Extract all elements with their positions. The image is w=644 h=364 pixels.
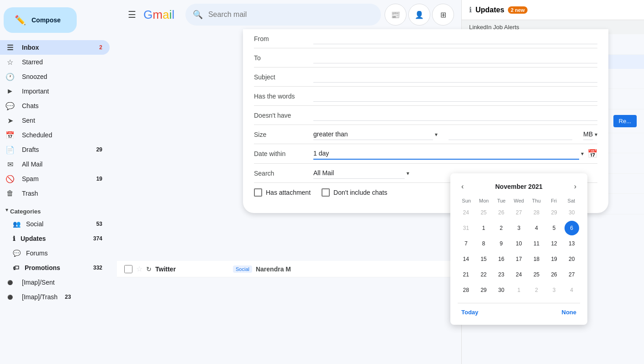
- calendar-day[interactable]: 20: [565, 252, 579, 266]
- size-operator-select[interactable]: greater than less than: [313, 129, 433, 140]
- calendar-day[interactable]: 29: [547, 205, 561, 220]
- calendar-next-button[interactable]: ›: [570, 181, 580, 192]
- size-operator-arrow: ▾: [435, 131, 438, 138]
- calendar-day[interactable]: 28: [459, 283, 473, 297]
- sidebar-item-chats[interactable]: 💬 Chats: [0, 99, 110, 113]
- has-attachment-checkbox[interactable]: [254, 188, 262, 197]
- sidebar-label-important: Important: [22, 88, 102, 95]
- calendar-day[interactable]: 16: [494, 252, 508, 266]
- calendar-day[interactable]: 1: [476, 221, 491, 235]
- search-bar[interactable]: 🔍: [185, 4, 381, 26]
- size-value-input[interactable]: [449, 129, 573, 140]
- sidebar-item-sent[interactable]: ➤ Sent: [0, 113, 110, 128]
- sidebar-item-updates[interactable]: ℹ Updates 374: [0, 231, 110, 246]
- size-unit-select[interactable]: MB KB GB: [583, 129, 593, 140]
- calendar-button[interactable]: 📅: [587, 149, 597, 159]
- calendar-day[interactable]: 17: [512, 252, 526, 266]
- calendar-day[interactable]: 1: [512, 283, 526, 297]
- from-input[interactable]: [313, 33, 597, 44]
- header-btn-3[interactable]: ⊞: [432, 4, 454, 26]
- compose-button[interactable]: ✏️ Compose: [4, 7, 77, 33]
- calendar-day[interactable]: 12: [547, 236, 561, 251]
- calendar-day[interactable]: 7: [459, 236, 473, 251]
- header-btn-1[interactable]: 📰: [385, 4, 406, 26]
- forums-icon: 💬: [13, 250, 21, 257]
- calendar-day[interactable]: 4: [529, 221, 544, 235]
- calendar-today-button[interactable]: Today: [458, 307, 482, 317]
- calendar-day[interactable]: 30: [494, 283, 508, 297]
- social-badge: 53: [96, 221, 102, 227]
- to-input[interactable]: [313, 52, 597, 63]
- calendar-day[interactable]: 23: [494, 267, 508, 282]
- calendar-day[interactable]: 21: [459, 267, 473, 282]
- sidebar-item-allmail[interactable]: ✉ All Mail: [0, 157, 110, 172]
- sidebar-item-imap-trash[interactable]: ⚫ [Imap]/Trash 23: [0, 290, 110, 304]
- sidebar-item-starred[interactable]: ☆ Starred: [0, 55, 110, 69]
- calendar-day[interactable]: 11: [529, 236, 544, 251]
- promotions-icon: 🏷: [13, 264, 19, 271]
- calendar-day[interactable]: 26: [547, 267, 561, 282]
- sidebar-item-trash[interactable]: 🗑 Trash: [0, 186, 110, 201]
- date-value-select[interactable]: 1 day 3 days 1 week 2 weeks 1 month 2 mo…: [313, 148, 579, 160]
- calendar-prev-button[interactable]: ‹: [458, 181, 467, 192]
- calendar-popup: ‹ November 2021 › Sun Mon Tue Wed Thu Fr…: [450, 173, 587, 325]
- sidebar-item-inbox[interactable]: ☰ Inbox 2: [0, 40, 110, 55]
- sidebar-item-promotions[interactable]: 🏷 Promotions 332: [0, 260, 110, 275]
- menu-icon[interactable]: ☰: [124, 5, 140, 24]
- header-btn-2[interactable]: 👤: [408, 4, 430, 26]
- table-row[interactable]: ☆ ↻ Twitter Social Narendra M: [117, 261, 461, 277]
- search-in-label: Search: [254, 170, 313, 177]
- sidebar-item-imap-sent[interactable]: ⚫ [Imap]/Sent: [0, 275, 110, 290]
- sidebar-item-forums[interactable]: 💬 Forums: [0, 246, 110, 260]
- sidebar-item-scheduled[interactable]: 📅 Scheduled: [0, 128, 110, 142]
- calendar-day[interactable]: 27: [512, 205, 526, 220]
- sidebar-item-snoozed[interactable]: 🕐 Snoozed: [0, 69, 110, 84]
- dont-include-chats-checkbox[interactable]: [322, 188, 330, 197]
- calendar-day[interactable]: 4: [565, 283, 579, 297]
- categories-toggle[interactable]: ▾ Categories: [0, 201, 117, 217]
- star-icon[interactable]: ☆: [136, 265, 143, 273]
- calendar-day[interactable]: 10: [512, 236, 526, 251]
- email-checkbox[interactable]: [124, 265, 132, 273]
- calendar-day[interactable]: 22: [476, 267, 491, 282]
- sidebar-label-updates: Updates: [21, 235, 46, 242]
- calendar-day[interactable]: 29: [476, 283, 491, 297]
- calendar-day[interactable]: 5: [547, 221, 561, 235]
- sidebar-item-important[interactable]: ► Important: [0, 84, 110, 99]
- calendar-day[interactable]: 25: [476, 205, 491, 220]
- has-words-input[interactable]: [313, 90, 597, 102]
- sidebar-item-drafts[interactable]: 📄 Drafts 29: [0, 142, 110, 157]
- calendar-day[interactable]: 24: [459, 205, 473, 220]
- promotions-badge: 332: [93, 265, 102, 271]
- calendar-day[interactable]: 3: [512, 221, 526, 235]
- search-input[interactable]: [208, 10, 374, 19]
- calendar-day[interactable]: 6: [565, 221, 579, 235]
- calendar-day[interactable]: 30: [565, 205, 579, 220]
- calendar-day[interactable]: 13: [565, 236, 579, 251]
- sidebar-item-social[interactable]: 👥 Social 53: [0, 217, 110, 231]
- calendar-day[interactable]: 2: [529, 283, 544, 297]
- calendar-none-button[interactable]: None: [558, 307, 581, 317]
- allmail-icon: ✉: [5, 160, 15, 169]
- highlight-button[interactable]: Re...: [613, 115, 637, 127]
- email-tag-social: Social: [233, 265, 252, 273]
- calendar-day[interactable]: 28: [529, 205, 544, 220]
- calendar-header: ‹ November 2021 ›: [458, 181, 580, 192]
- calendar-day[interactable]: 8: [476, 236, 491, 251]
- calendar-day[interactable]: 14: [459, 252, 473, 266]
- search-in-select[interactable]: All Mail Inbox Sent Drafts: [313, 167, 405, 179]
- calendar-day[interactable]: 31: [459, 221, 473, 235]
- calendar-day[interactable]: 24: [512, 267, 526, 282]
- calendar-day[interactable]: 26: [494, 205, 508, 220]
- calendar-day[interactable]: 9: [494, 236, 508, 251]
- calendar-day[interactable]: 19: [547, 252, 561, 266]
- calendar-day[interactable]: 2: [494, 221, 508, 235]
- sidebar-item-spam[interactable]: 🚫 Spam 19: [0, 172, 110, 186]
- doesnt-have-input[interactable]: [313, 109, 597, 121]
- calendar-day[interactable]: 15: [476, 252, 491, 266]
- calendar-day[interactable]: 25: [529, 267, 544, 282]
- calendar-day[interactable]: 18: [529, 252, 544, 266]
- subject-input[interactable]: [313, 71, 597, 83]
- calendar-day[interactable]: 27: [565, 267, 579, 282]
- calendar-day[interactable]: 3: [547, 283, 561, 297]
